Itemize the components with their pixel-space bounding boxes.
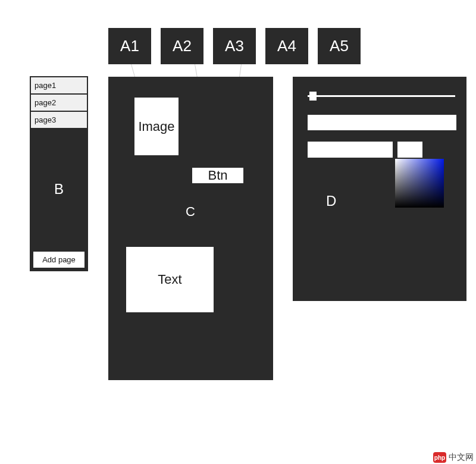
properties-panel: D: [293, 77, 466, 301]
tab-a3[interactable]: A3: [213, 28, 256, 64]
widget-palette-tabs: A1 A2 A3 A4 A5: [108, 28, 361, 64]
page-list-item[interactable]: page1: [31, 77, 87, 95]
tab-a4[interactable]: A4: [265, 28, 308, 64]
slider-track[interactable]: [308, 95, 455, 97]
page-list-item[interactable]: page2: [31, 95, 87, 112]
panel-d-label: D: [326, 193, 336, 209]
watermark-text: 中文网: [449, 452, 474, 463]
panel-b-label: B: [31, 129, 87, 249]
property-text-input[interactable]: [308, 115, 456, 130]
button-widget[interactable]: Btn: [192, 168, 243, 183]
watermark-icon: php: [433, 452, 446, 463]
image-widget[interactable]: Image: [134, 98, 178, 155]
tab-a5[interactable]: A5: [318, 28, 361, 64]
panel-c-label: C: [186, 204, 195, 220]
page-list-panel: page1 page2 page3 B Add page: [30, 76, 88, 271]
text-widget[interactable]: Text: [126, 247, 214, 312]
tab-a1[interactable]: A1: [108, 28, 151, 64]
page-list-item[interactable]: page3: [31, 112, 87, 129]
tab-a2[interactable]: A2: [161, 28, 203, 64]
color-picker[interactable]: [395, 159, 444, 208]
property-value-box[interactable]: [397, 142, 422, 158]
editor-canvas[interactable]: C Image Btn Text: [108, 77, 273, 380]
add-page-button[interactable]: Add page: [33, 252, 84, 268]
site-watermark: php 中文网: [433, 452, 474, 463]
property-dropdown[interactable]: [308, 142, 393, 158]
slider-thumb[interactable]: [309, 92, 317, 101]
